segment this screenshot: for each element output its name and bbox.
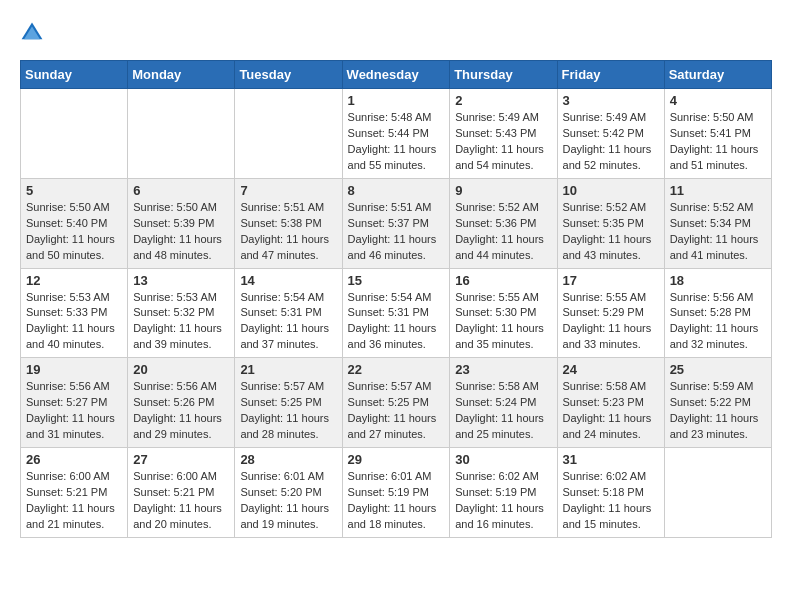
day-number: 21: [240, 362, 336, 377]
day-number: 3: [563, 93, 659, 108]
day-number: 6: [133, 183, 229, 198]
calendar-cell: 25Sunrise: 5:59 AMSunset: 5:22 PMDayligh…: [664, 358, 771, 448]
day-number: 20: [133, 362, 229, 377]
cell-info: Sunrise: 5:51 AMSunset: 5:37 PMDaylight:…: [348, 200, 445, 264]
day-number: 8: [348, 183, 445, 198]
cell-info: Sunrise: 5:48 AMSunset: 5:44 PMDaylight:…: [348, 110, 445, 174]
calendar-cell: 15Sunrise: 5:54 AMSunset: 5:31 PMDayligh…: [342, 268, 450, 358]
cell-info: Sunrise: 6:00 AMSunset: 5:21 PMDaylight:…: [133, 469, 229, 533]
calendar-cell: 16Sunrise: 5:55 AMSunset: 5:30 PMDayligh…: [450, 268, 557, 358]
cell-info: Sunrise: 5:54 AMSunset: 5:31 PMDaylight:…: [240, 290, 336, 354]
calendar-cell: 23Sunrise: 5:58 AMSunset: 5:24 PMDayligh…: [450, 358, 557, 448]
column-header-saturday: Saturday: [664, 61, 771, 89]
day-number: 1: [348, 93, 445, 108]
calendar-cell: 14Sunrise: 5:54 AMSunset: 5:31 PMDayligh…: [235, 268, 342, 358]
cell-info: Sunrise: 6:01 AMSunset: 5:20 PMDaylight:…: [240, 469, 336, 533]
day-number: 29: [348, 452, 445, 467]
calendar-cell: 2Sunrise: 5:49 AMSunset: 5:43 PMDaylight…: [450, 89, 557, 179]
cell-info: Sunrise: 5:49 AMSunset: 5:43 PMDaylight:…: [455, 110, 551, 174]
logo: [20, 20, 48, 44]
calendar-cell: 6Sunrise: 5:50 AMSunset: 5:39 PMDaylight…: [128, 178, 235, 268]
calendar-cell: 24Sunrise: 5:58 AMSunset: 5:23 PMDayligh…: [557, 358, 664, 448]
day-number: 15: [348, 273, 445, 288]
cell-info: Sunrise: 6:02 AMSunset: 5:19 PMDaylight:…: [455, 469, 551, 533]
day-number: 19: [26, 362, 122, 377]
cell-info: Sunrise: 5:52 AMSunset: 5:34 PMDaylight:…: [670, 200, 766, 264]
calendar-cell: 29Sunrise: 6:01 AMSunset: 5:19 PMDayligh…: [342, 448, 450, 538]
cell-info: Sunrise: 5:58 AMSunset: 5:24 PMDaylight:…: [455, 379, 551, 443]
cell-info: Sunrise: 5:55 AMSunset: 5:29 PMDaylight:…: [563, 290, 659, 354]
cell-info: Sunrise: 5:57 AMSunset: 5:25 PMDaylight:…: [240, 379, 336, 443]
calendar-cell: 31Sunrise: 6:02 AMSunset: 5:18 PMDayligh…: [557, 448, 664, 538]
day-number: 30: [455, 452, 551, 467]
cell-info: Sunrise: 5:53 AMSunset: 5:33 PMDaylight:…: [26, 290, 122, 354]
calendar-cell: 20Sunrise: 5:56 AMSunset: 5:26 PMDayligh…: [128, 358, 235, 448]
calendar-cell: 17Sunrise: 5:55 AMSunset: 5:29 PMDayligh…: [557, 268, 664, 358]
calendar-week-row: 19Sunrise: 5:56 AMSunset: 5:27 PMDayligh…: [21, 358, 772, 448]
calendar-cell: 18Sunrise: 5:56 AMSunset: 5:28 PMDayligh…: [664, 268, 771, 358]
calendar-cell: 7Sunrise: 5:51 AMSunset: 5:38 PMDaylight…: [235, 178, 342, 268]
column-header-thursday: Thursday: [450, 61, 557, 89]
day-number: 5: [26, 183, 122, 198]
column-header-friday: Friday: [557, 61, 664, 89]
day-number: 28: [240, 452, 336, 467]
day-number: 4: [670, 93, 766, 108]
calendar-cell: 3Sunrise: 5:49 AMSunset: 5:42 PMDaylight…: [557, 89, 664, 179]
day-number: 24: [563, 362, 659, 377]
calendar-cell: [128, 89, 235, 179]
calendar-cell: 26Sunrise: 6:00 AMSunset: 5:21 PMDayligh…: [21, 448, 128, 538]
calendar-cell: 4Sunrise: 5:50 AMSunset: 5:41 PMDaylight…: [664, 89, 771, 179]
cell-info: Sunrise: 5:56 AMSunset: 5:26 PMDaylight:…: [133, 379, 229, 443]
calendar-cell: [664, 448, 771, 538]
column-header-sunday: Sunday: [21, 61, 128, 89]
day-number: 13: [133, 273, 229, 288]
day-number: 25: [670, 362, 766, 377]
day-number: 7: [240, 183, 336, 198]
calendar-cell: 1Sunrise: 5:48 AMSunset: 5:44 PMDaylight…: [342, 89, 450, 179]
cell-info: Sunrise: 5:50 AMSunset: 5:39 PMDaylight:…: [133, 200, 229, 264]
calendar-cell: [21, 89, 128, 179]
day-number: 12: [26, 273, 122, 288]
calendar-cell: 28Sunrise: 6:01 AMSunset: 5:20 PMDayligh…: [235, 448, 342, 538]
calendar-cell: 13Sunrise: 5:53 AMSunset: 5:32 PMDayligh…: [128, 268, 235, 358]
cell-info: Sunrise: 5:56 AMSunset: 5:27 PMDaylight:…: [26, 379, 122, 443]
cell-info: Sunrise: 6:00 AMSunset: 5:21 PMDaylight:…: [26, 469, 122, 533]
calendar-cell: 5Sunrise: 5:50 AMSunset: 5:40 PMDaylight…: [21, 178, 128, 268]
cell-info: Sunrise: 5:55 AMSunset: 5:30 PMDaylight:…: [455, 290, 551, 354]
day-number: 2: [455, 93, 551, 108]
logo-icon: [20, 20, 44, 44]
day-number: 11: [670, 183, 766, 198]
cell-info: Sunrise: 5:51 AMSunset: 5:38 PMDaylight:…: [240, 200, 336, 264]
calendar-cell: 21Sunrise: 5:57 AMSunset: 5:25 PMDayligh…: [235, 358, 342, 448]
cell-info: Sunrise: 5:57 AMSunset: 5:25 PMDaylight:…: [348, 379, 445, 443]
day-number: 26: [26, 452, 122, 467]
cell-info: Sunrise: 5:56 AMSunset: 5:28 PMDaylight:…: [670, 290, 766, 354]
day-number: 14: [240, 273, 336, 288]
column-header-tuesday: Tuesday: [235, 61, 342, 89]
column-header-wednesday: Wednesday: [342, 61, 450, 89]
calendar-cell: [235, 89, 342, 179]
calendar-header-row: SundayMondayTuesdayWednesdayThursdayFrid…: [21, 61, 772, 89]
cell-info: Sunrise: 6:01 AMSunset: 5:19 PMDaylight:…: [348, 469, 445, 533]
cell-info: Sunrise: 5:52 AMSunset: 5:35 PMDaylight:…: [563, 200, 659, 264]
day-number: 31: [563, 452, 659, 467]
day-number: 16: [455, 273, 551, 288]
page-header: [20, 20, 772, 44]
calendar-week-row: 5Sunrise: 5:50 AMSunset: 5:40 PMDaylight…: [21, 178, 772, 268]
calendar-cell: 27Sunrise: 6:00 AMSunset: 5:21 PMDayligh…: [128, 448, 235, 538]
calendar-cell: 8Sunrise: 5:51 AMSunset: 5:37 PMDaylight…: [342, 178, 450, 268]
day-number: 23: [455, 362, 551, 377]
cell-info: Sunrise: 5:59 AMSunset: 5:22 PMDaylight:…: [670, 379, 766, 443]
calendar-week-row: 26Sunrise: 6:00 AMSunset: 5:21 PMDayligh…: [21, 448, 772, 538]
calendar-week-row: 12Sunrise: 5:53 AMSunset: 5:33 PMDayligh…: [21, 268, 772, 358]
calendar-table: SundayMondayTuesdayWednesdayThursdayFrid…: [20, 60, 772, 538]
cell-info: Sunrise: 5:53 AMSunset: 5:32 PMDaylight:…: [133, 290, 229, 354]
day-number: 27: [133, 452, 229, 467]
day-number: 22: [348, 362, 445, 377]
day-number: 18: [670, 273, 766, 288]
calendar-cell: 22Sunrise: 5:57 AMSunset: 5:25 PMDayligh…: [342, 358, 450, 448]
calendar-cell: 11Sunrise: 5:52 AMSunset: 5:34 PMDayligh…: [664, 178, 771, 268]
calendar-week-row: 1Sunrise: 5:48 AMSunset: 5:44 PMDaylight…: [21, 89, 772, 179]
cell-info: Sunrise: 5:49 AMSunset: 5:42 PMDaylight:…: [563, 110, 659, 174]
calendar-cell: 9Sunrise: 5:52 AMSunset: 5:36 PMDaylight…: [450, 178, 557, 268]
